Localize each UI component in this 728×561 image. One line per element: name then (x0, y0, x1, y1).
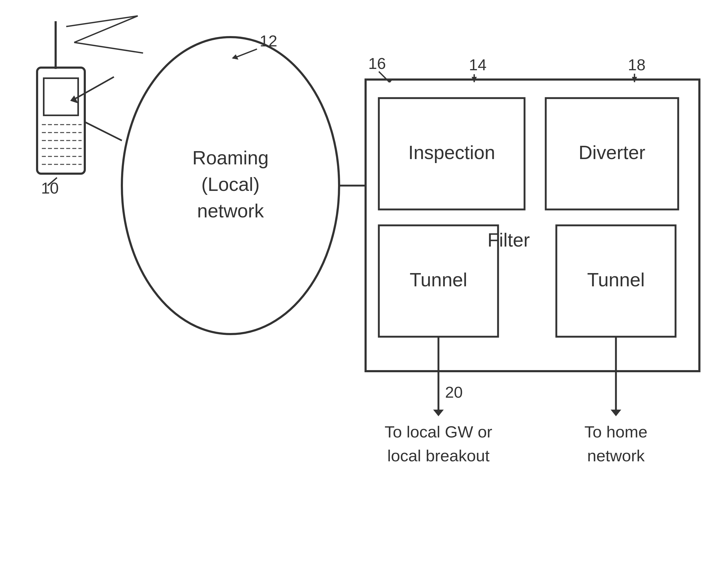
signal-line2 (74, 16, 138, 42)
ref14-label: 14 (469, 56, 487, 74)
ref12-label: 12 (260, 32, 277, 50)
tunnel-left-label: Tunnel (410, 269, 467, 290)
signal-line3 (74, 42, 143, 53)
local-gw-label2: local breakout (387, 447, 490, 465)
mobile-to-network-line (85, 122, 122, 140)
roaming-label1: Roaming (192, 147, 269, 168)
arrow-to-mobile-head (70, 95, 78, 103)
phone-screen (44, 78, 78, 115)
inspection-label: Inspection (408, 142, 495, 163)
roaming-label3: network (197, 200, 264, 221)
ref10-label: 10 (41, 179, 59, 197)
home-network-label2: network (587, 447, 645, 465)
ref20-label: 20 (445, 383, 463, 401)
tunnel-right-label: Tunnel (587, 269, 645, 290)
roaming-label2: (Local) (201, 174, 260, 195)
tunnel-right-arrow-head (611, 410, 621, 416)
tunnel-left-arrow-head (433, 410, 444, 416)
diverter-label: Diverter (579, 142, 645, 163)
local-gw-label1: To local GW or (385, 423, 492, 441)
home-network-label1: To home (584, 423, 647, 441)
filter-label: Filter (487, 229, 530, 250)
ref16-label: 16 (368, 55, 386, 72)
diagram-container: 10 Roaming (Local) network 12 14 16 18 (0, 0, 728, 561)
signal-line1 (66, 16, 138, 26)
ref18-label: 18 (628, 56, 646, 74)
